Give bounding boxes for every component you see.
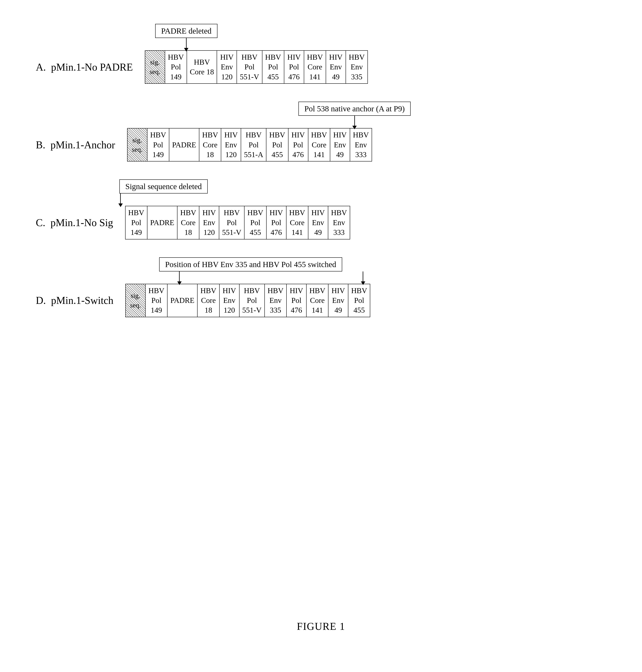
table-cell: HBVPol149 (145, 284, 167, 317)
table-cell: HBVEnv335 (346, 51, 368, 83)
table-cell: HIVEnv49 (308, 206, 328, 239)
table-cell: HBVPol455 (266, 128, 288, 161)
table-cell: HBVPol551-V (219, 206, 244, 239)
table-cell: HBVEnv335 (265, 284, 286, 317)
table-cell: HIVEnv120 (221, 128, 241, 161)
figure-title: FIGURE 1 (36, 620, 606, 648)
table-cell: HBVPol455 (262, 51, 284, 83)
table-cell: HBVPol551-V (237, 51, 262, 83)
table-cell: HBVCore18 (199, 128, 221, 161)
section-c-table: HBVPol149 PADRE HBVCore18 HIVEnv120 HBVP… (125, 206, 350, 239)
section-d: Position of HBV Env 335 and HBV Pol 455 … (36, 257, 606, 317)
table-cell: HBVCore141 (306, 284, 328, 317)
table-cell: HBVPol455 (244, 206, 266, 239)
table-cell: PADRE (147, 206, 177, 239)
section-c-annotation: Signal sequence deleted (119, 179, 208, 194)
section-d-annotation: Position of HBV Env 335 and HBV Pol 455 … (159, 257, 342, 271)
table-cell: HBVPol551-A (241, 128, 266, 161)
table-cell: HIVEnv120 (199, 206, 219, 239)
section-b-label: B. pMin.1-Anchor (36, 139, 115, 151)
section-a-label: A. pMin.1-No PADRE (36, 61, 133, 73)
section-c: Signal sequence deleted C. pMin.1-No Sig… (36, 179, 606, 239)
table-cell: HIVPol476 (284, 51, 304, 83)
table-cell: HBVPol149 (125, 206, 147, 239)
table-cell: HBVPol551-V (239, 284, 265, 317)
table-cell: HBVEnv333 (328, 206, 350, 239)
table-cell: HBVCore141 (286, 206, 308, 239)
table-cell: HBVCore18 (177, 206, 199, 239)
page: PADRE deleted A. pMin.1-No PADRE sig.seq… (0, 0, 642, 672)
table-cell: HIVEnv49 (330, 128, 350, 161)
cell-sig: sig.seq. (126, 284, 145, 317)
section-a-annotation: PADRE deleted (155, 24, 217, 38)
section-b: Pol 538 native anchor (A at P9) B. pMin.… (36, 102, 606, 161)
table-cell: HIVPol476 (266, 206, 286, 239)
table-cell: HIVEnv120 (217, 51, 237, 83)
table-cell: PADRE (167, 284, 197, 317)
table-cell: HIVPol476 (286, 284, 306, 317)
cell-sig: sig.seq. (145, 51, 165, 83)
table-cell: HBVPol149 (147, 128, 169, 161)
section-c-label: C. pMin.1-No Sig (36, 217, 113, 229)
table-cell: PADRE (169, 128, 199, 161)
table-cell: HBVCore141 (308, 128, 330, 161)
table-cell: HBVPol149 (165, 51, 187, 83)
table-cell: HBVCore141 (304, 51, 326, 83)
table-cell: HBVCore 18 (187, 51, 217, 83)
table-cell: HBVEnv333 (350, 128, 372, 161)
section-b-table: sig.seq. HBVPol149 PADRE HBVCore18 HIVEn… (127, 128, 372, 161)
table-cell: HIVEnv49 (326, 51, 346, 83)
table-cell: HBVCore18 (197, 284, 219, 317)
section-b-annotation: Pol 538 native anchor (A at P9) (298, 102, 411, 116)
section-a: PADRE deleted A. pMin.1-No PADRE sig.seq… (36, 24, 606, 84)
table-cell: HIVEnv49 (328, 284, 348, 317)
cell-sig: sig.seq. (127, 128, 147, 161)
section-d-table: sig.seq. HBVPol149 PADRE HBVCore18 HIVEn… (125, 284, 370, 317)
section-a-table: sig.seq. HBVPol149 HBVCore 18 HIVEnv120 … (145, 50, 368, 84)
section-d-label: D. pMin.1-Switch (36, 295, 113, 306)
table-cell: HBVPol455 (348, 284, 370, 317)
table-cell: HIVEnv120 (219, 284, 239, 317)
table-cell: HIVPol476 (288, 128, 308, 161)
